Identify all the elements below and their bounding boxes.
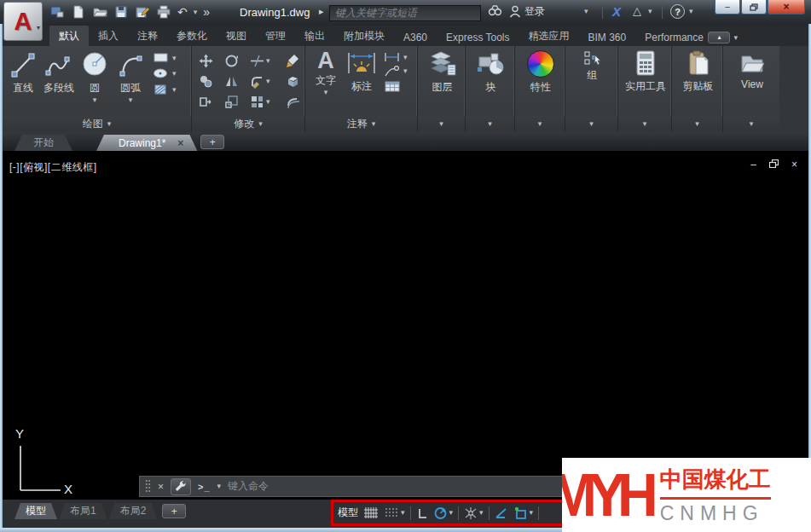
ribbon-collapse-caret[interactable]: ▾	[733, 34, 738, 42]
tab-express-tools[interactable]: Express Tools	[437, 28, 518, 46]
ellipse-caret[interactable]: ▾	[172, 70, 177, 78]
move-button[interactable]	[199, 50, 224, 71]
polar-caret[interactable]: ▾	[449, 509, 454, 517]
panel-utilities-footer[interactable]: ▾	[618, 116, 671, 132]
copy-button[interactable]	[199, 71, 224, 91]
tab-featured-apps[interactable]: 精选应用	[519, 26, 579, 46]
tab-performance[interactable]: Performance	[635, 28, 713, 46]
new-drawing-tab-button[interactable]: +	[200, 135, 224, 149]
hatch-button[interactable]: ▾	[153, 83, 177, 96]
fillet-button[interactable]: ▾	[250, 71, 286, 91]
panel-annotate-footer[interactable]: 注释 ▾	[305, 116, 417, 132]
stretch-button[interactable]	[199, 91, 224, 112]
drawing-canvas[interactable]: [-][俯视][二维线框] – × Y X × >_ ▾ 键入命令	[3, 151, 808, 500]
viewport-controls-label[interactable]: [-][俯视][二维线框]	[9, 160, 97, 175]
file-tab-start[interactable]: 开始	[14, 135, 72, 151]
signin-button[interactable]: 登录	[509, 4, 545, 19]
viewport-close-icon[interactable]: ×	[791, 159, 797, 171]
dimension-button[interactable]: 标注	[344, 48, 379, 116]
fillet-caret[interactable]: ▾	[266, 78, 270, 85]
polyline-button[interactable]: 多段线	[41, 48, 77, 116]
command-prompt-icon[interactable]: >_	[198, 482, 211, 492]
text-caret[interactable]: ▾	[324, 89, 328, 96]
layout-tab-layout1[interactable]: 布局1	[59, 503, 107, 519]
mirror-button[interactable]	[224, 71, 250, 91]
drawing1-tab-close-icon[interactable]: ×	[177, 137, 183, 149]
circle-button[interactable]: 圆 ▾	[77, 48, 113, 116]
text-button[interactable]: A 文字 ▾	[308, 48, 344, 116]
otrack-caret[interactable]: ▾	[479, 509, 484, 517]
layout-tab-layout2[interactable]: 布局2	[109, 503, 158, 519]
linear-dimension-caret[interactable]: ▾	[403, 54, 408, 61]
qat-expand-icon[interactable]: »	[203, 6, 210, 18]
search-button[interactable]	[488, 4, 502, 17]
panel-clipboard-footer[interactable]: ▾	[672, 116, 722, 132]
array-caret[interactable]: ▾	[266, 98, 270, 106]
a360-icon[interactable]: △	[633, 4, 641, 17]
properties-button[interactable]: 特性	[518, 48, 564, 116]
undo-icon[interactable]: ↶	[177, 6, 188, 18]
polar-tracking-toggle[interactable]: ▾	[433, 506, 454, 520]
panel-layers-footer[interactable]: ▾	[418, 116, 465, 132]
hatch-caret[interactable]: ▾	[172, 86, 177, 94]
ribbon-collapse-control[interactable]: ▴ ▾	[708, 32, 738, 43]
clipboard-button[interactable]: 剪贴板	[675, 48, 721, 116]
tab-bim360[interactable]: BIM 360	[579, 28, 636, 46]
leader-button[interactable]: ▾	[384, 66, 408, 77]
exchange-apps-icon[interactable]: X	[612, 4, 621, 19]
help-button[interactable]: ?	[670, 4, 685, 19]
command-drag-handle[interactable]	[145, 479, 151, 494]
tab-output[interactable]: 输出	[295, 26, 334, 46]
viewport-restore-icon[interactable]	[769, 159, 779, 171]
panel-draw-footer[interactable]: 绘图 ▾	[3, 116, 191, 132]
a360-caret[interactable]: ▾	[648, 8, 652, 15]
snap-mode-toggle[interactable]: ▾	[384, 506, 405, 519]
utilities-button[interactable]: 实用工具	[621, 48, 670, 116]
rectangle-button[interactable]: ▾	[153, 52, 177, 64]
search-input[interactable]	[329, 5, 481, 21]
circle-caret[interactable]: ▾	[93, 96, 97, 104]
panel-view-footer[interactable]: ▾	[723, 116, 779, 132]
open-file-icon[interactable]	[92, 4, 107, 20]
linear-dimension-button[interactable]: ▾	[384, 52, 408, 62]
panel-block-footer[interactable]: ▾	[466, 116, 514, 132]
command-input-placeholder[interactable]: 键入命令	[228, 479, 269, 494]
panel-modify-footer[interactable]: 修改 ▾	[192, 116, 304, 132]
application-menu-button[interactable]: A ▾	[3, 2, 43, 41]
save-icon[interactable]	[113, 4, 129, 20]
tab-a360[interactable]: A360	[394, 28, 437, 46]
panel-properties-footer[interactable]: ▾	[515, 116, 565, 132]
ellipse-button[interactable]: ▾	[153, 67, 177, 79]
ortho-toggle[interactable]	[416, 507, 428, 519]
snap-caret[interactable]: ▾	[401, 509, 405, 517]
tab-view[interactable]: 视图	[217, 26, 256, 46]
new-layout-button[interactable]: +	[162, 504, 186, 518]
signin-caret[interactable]: ▾	[584, 8, 588, 15]
line-button[interactable]: 直线	[5, 48, 41, 116]
save-as-icon[interactable]	[135, 4, 150, 20]
leader-caret[interactable]: ▾	[403, 67, 408, 75]
scale-button[interactable]	[224, 91, 250, 112]
trim-button[interactable]: ▾	[250, 50, 286, 71]
tab-insert[interactable]: 插入	[89, 26, 128, 46]
command-line-bar[interactable]: × >_ ▾ 键入命令	[139, 476, 566, 497]
close-button[interactable]: ×	[768, 0, 805, 14]
help-caret[interactable]: ▾	[689, 8, 693, 15]
view-button[interactable]: View	[726, 48, 779, 116]
command-customize-button[interactable]	[171, 478, 191, 495]
new-file-icon[interactable]	[71, 4, 86, 20]
arc-caret[interactable]: ▾	[129, 96, 133, 104]
group-button[interactable]: 组	[568, 48, 617, 116]
osnap-caret[interactable]: ▾	[530, 509, 534, 517]
tab-annotate[interactable]: 注释	[128, 26, 167, 46]
block-button[interactable]: 块	[468, 48, 513, 116]
panel-groups-footer[interactable]: ▾	[565, 116, 617, 132]
viewport-minimize-icon[interactable]: –	[750, 159, 756, 171]
osnap-angle-toggle[interactable]	[495, 507, 508, 519]
tab-home[interactable]: 默认	[49, 26, 89, 46]
grid-display-toggle[interactable]	[363, 506, 379, 519]
tab-addins[interactable]: 附加模块	[334, 26, 394, 46]
layers-button[interactable]: 图层	[420, 48, 464, 116]
layout-tab-model[interactable]: 模型	[14, 503, 57, 519]
model-space-toggle[interactable]: 模型	[338, 506, 358, 520]
